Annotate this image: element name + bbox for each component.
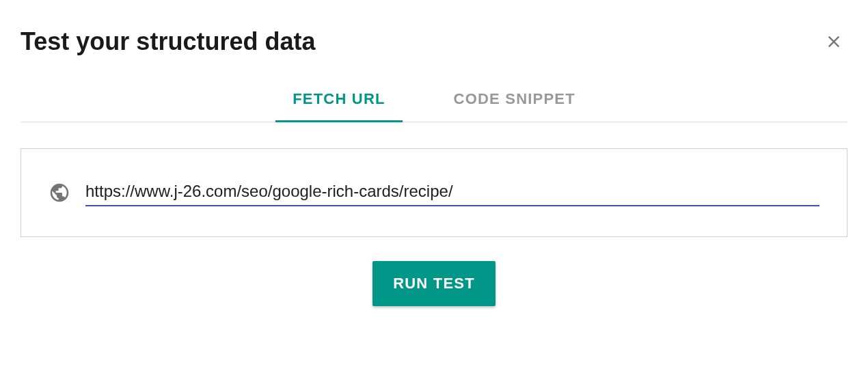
globe-icon [49,182,70,204]
tab-fetch-url[interactable]: FETCH URL [275,80,402,122]
url-input-container [21,148,847,237]
close-button[interactable] [820,28,847,55]
url-input[interactable] [85,179,819,206]
page-title: Test your structured data [21,27,315,56]
tab-bar: FETCH URL CODE SNIPPET [21,80,847,122]
tab-code-snippet[interactable]: CODE SNIPPET [437,80,593,122]
run-test-button[interactable]: RUN TEST [372,261,496,306]
close-icon [824,32,843,51]
